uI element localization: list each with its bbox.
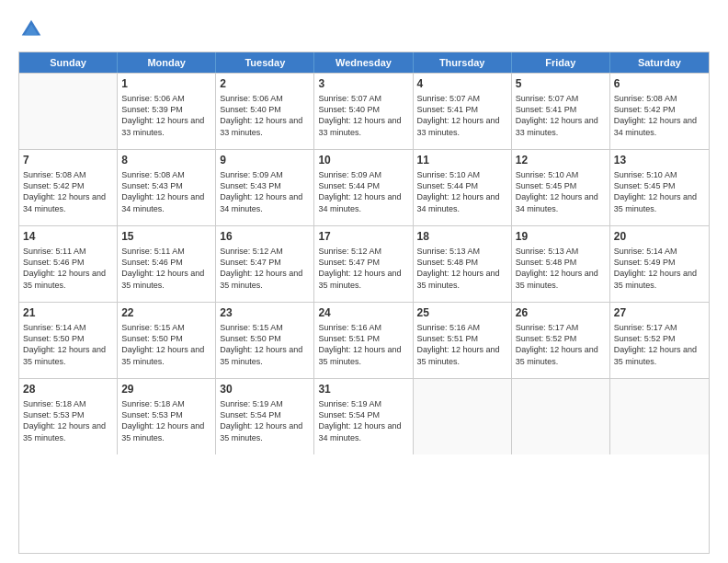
cal-cell-empty xyxy=(610,379,709,454)
day-number: 18 xyxy=(417,229,507,244)
calendar-row-2: 7Sunrise: 5:08 AMSunset: 5:42 PMDaylight… xyxy=(19,149,709,225)
day-info: Sunrise: 5:13 AMSunset: 5:48 PMDaylight:… xyxy=(516,246,606,291)
day-number: 8 xyxy=(121,153,211,167)
day-number: 3 xyxy=(318,76,408,91)
day-number: 24 xyxy=(318,305,408,320)
cal-cell-3: 3Sunrise: 5:07 AMSunset: 5:40 PMDaylight… xyxy=(314,74,413,149)
cal-cell-4: 4Sunrise: 5:07 AMSunset: 5:41 PMDaylight… xyxy=(414,74,512,149)
day-header-wednesday: Wednesday xyxy=(314,52,413,73)
cal-cell-empty xyxy=(512,379,610,454)
day-info: Sunrise: 5:09 AMSunset: 5:43 PMDaylight:… xyxy=(220,169,310,214)
cal-cell-24: 24Sunrise: 5:16 AMSunset: 5:51 PMDayligh… xyxy=(314,303,413,378)
day-info: Sunrise: 5:17 AMSunset: 5:52 PMDaylight:… xyxy=(516,322,606,367)
day-info: Sunrise: 5:16 AMSunset: 5:51 PMDaylight:… xyxy=(417,322,507,367)
day-info: Sunrise: 5:15 AMSunset: 5:50 PMDaylight:… xyxy=(220,322,310,367)
day-number: 12 xyxy=(516,153,606,167)
day-info: Sunrise: 5:13 AMSunset: 5:48 PMDaylight:… xyxy=(417,246,507,291)
day-number: 22 xyxy=(121,305,211,320)
cal-cell-15: 15Sunrise: 5:11 AMSunset: 5:46 PMDayligh… xyxy=(118,226,216,302)
day-info: Sunrise: 5:11 AMSunset: 5:46 PMDaylight:… xyxy=(121,246,211,291)
day-number: 21 xyxy=(23,305,113,320)
cal-cell-18: 18Sunrise: 5:13 AMSunset: 5:48 PMDayligh… xyxy=(414,226,512,302)
header xyxy=(18,17,710,42)
day-info: Sunrise: 5:11 AMSunset: 5:46 PMDaylight:… xyxy=(23,246,113,291)
cal-cell-7: 7Sunrise: 5:08 AMSunset: 5:42 PMDaylight… xyxy=(19,150,118,225)
day-number: 16 xyxy=(220,229,310,244)
day-number: 19 xyxy=(516,229,606,244)
cal-cell-29: 29Sunrise: 5:18 AMSunset: 5:53 PMDayligh… xyxy=(118,379,216,454)
day-header-sunday: Sunday xyxy=(19,52,118,73)
day-number: 23 xyxy=(220,305,310,320)
day-info: Sunrise: 5:08 AMSunset: 5:42 PMDaylight:… xyxy=(614,93,705,138)
day-info: Sunrise: 5:18 AMSunset: 5:53 PMDaylight:… xyxy=(121,398,211,443)
cal-cell-19: 19Sunrise: 5:13 AMSunset: 5:48 PMDayligh… xyxy=(512,226,610,302)
day-header-friday: Friday xyxy=(512,52,610,73)
day-number: 10 xyxy=(318,153,408,167)
day-header-monday: Monday xyxy=(118,52,216,73)
day-info: Sunrise: 5:12 AMSunset: 5:47 PMDaylight:… xyxy=(220,246,310,291)
day-number: 31 xyxy=(318,382,408,396)
calendar-body: 1Sunrise: 5:06 AMSunset: 5:39 PMDaylight… xyxy=(19,73,709,454)
page: SundayMondayTuesdayWednesdayThursdayFrid… xyxy=(0,0,728,563)
day-number: 17 xyxy=(318,229,408,244)
day-number: 14 xyxy=(23,229,113,244)
day-header-thursday: Thursday xyxy=(414,52,512,73)
cal-cell-9: 9Sunrise: 5:09 AMSunset: 5:43 PMDaylight… xyxy=(216,150,314,225)
day-number: 25 xyxy=(417,305,507,320)
day-number: 20 xyxy=(614,229,705,244)
cal-cell-26: 26Sunrise: 5:17 AMSunset: 5:52 PMDayligh… xyxy=(512,303,610,378)
calendar-row-3: 14Sunrise: 5:11 AMSunset: 5:46 PMDayligh… xyxy=(19,225,709,302)
day-info: Sunrise: 5:08 AMSunset: 5:43 PMDaylight:… xyxy=(121,169,211,214)
day-info: Sunrise: 5:07 AMSunset: 5:40 PMDaylight:… xyxy=(318,93,408,138)
calendar-row-5: 28Sunrise: 5:18 AMSunset: 5:53 PMDayligh… xyxy=(19,378,709,454)
day-info: Sunrise: 5:18 AMSunset: 5:53 PMDaylight:… xyxy=(23,398,113,443)
day-number: 15 xyxy=(121,229,211,244)
day-number: 5 xyxy=(516,76,606,91)
day-header-saturday: Saturday xyxy=(610,52,709,73)
day-number: 29 xyxy=(121,382,211,396)
day-info: Sunrise: 5:16 AMSunset: 5:51 PMDaylight:… xyxy=(318,322,408,367)
cal-cell-2: 2Sunrise: 5:06 AMSunset: 5:40 PMDaylight… xyxy=(216,74,314,149)
day-info: Sunrise: 5:09 AMSunset: 5:44 PMDaylight:… xyxy=(318,169,408,214)
day-info: Sunrise: 5:12 AMSunset: 5:47 PMDaylight:… xyxy=(318,246,408,291)
calendar: SundayMondayTuesdayWednesdayThursdayFrid… xyxy=(18,52,710,554)
calendar-row-1: 1Sunrise: 5:06 AMSunset: 5:39 PMDaylight… xyxy=(19,73,709,149)
cal-cell-10: 10Sunrise: 5:09 AMSunset: 5:44 PMDayligh… xyxy=(314,150,413,225)
day-info: Sunrise: 5:08 AMSunset: 5:42 PMDaylight:… xyxy=(23,169,113,214)
day-info: Sunrise: 5:10 AMSunset: 5:44 PMDaylight:… xyxy=(417,169,507,214)
cal-cell-8: 8Sunrise: 5:08 AMSunset: 5:43 PMDaylight… xyxy=(118,150,216,225)
day-number: 13 xyxy=(614,153,705,167)
day-number: 27 xyxy=(614,305,705,320)
cal-cell-25: 25Sunrise: 5:16 AMSunset: 5:51 PMDayligh… xyxy=(414,303,512,378)
cal-cell-14: 14Sunrise: 5:11 AMSunset: 5:46 PMDayligh… xyxy=(19,226,118,302)
cal-cell-27: 27Sunrise: 5:17 AMSunset: 5:52 PMDayligh… xyxy=(610,303,709,378)
day-number: 2 xyxy=(220,76,310,91)
day-number: 26 xyxy=(516,305,606,320)
logo xyxy=(18,17,46,42)
cal-cell-20: 20Sunrise: 5:14 AMSunset: 5:49 PMDayligh… xyxy=(610,226,709,302)
logo-icon xyxy=(18,17,44,42)
calendar-row-4: 21Sunrise: 5:14 AMSunset: 5:50 PMDayligh… xyxy=(19,302,709,378)
day-info: Sunrise: 5:17 AMSunset: 5:52 PMDaylight:… xyxy=(614,322,705,367)
cal-cell-28: 28Sunrise: 5:18 AMSunset: 5:53 PMDayligh… xyxy=(19,379,118,454)
day-number: 4 xyxy=(417,76,507,91)
day-header-tuesday: Tuesday xyxy=(216,52,314,73)
cal-cell-17: 17Sunrise: 5:12 AMSunset: 5:47 PMDayligh… xyxy=(314,226,413,302)
day-info: Sunrise: 5:19 AMSunset: 5:54 PMDaylight:… xyxy=(220,398,310,443)
cal-cell-30: 30Sunrise: 5:19 AMSunset: 5:54 PMDayligh… xyxy=(216,379,314,454)
cal-cell-6: 6Sunrise: 5:08 AMSunset: 5:42 PMDaylight… xyxy=(610,74,709,149)
day-info: Sunrise: 5:15 AMSunset: 5:50 PMDaylight:… xyxy=(121,322,211,367)
day-number: 30 xyxy=(220,382,310,396)
day-number: 28 xyxy=(23,382,113,396)
cal-cell-21: 21Sunrise: 5:14 AMSunset: 5:50 PMDayligh… xyxy=(19,303,118,378)
day-info: Sunrise: 5:07 AMSunset: 5:41 PMDaylight:… xyxy=(417,93,507,138)
day-number: 9 xyxy=(220,153,310,167)
cal-cell-empty xyxy=(414,379,512,454)
day-info: Sunrise: 5:14 AMSunset: 5:49 PMDaylight:… xyxy=(614,246,705,291)
cal-cell-1: 1Sunrise: 5:06 AMSunset: 5:39 PMDaylight… xyxy=(118,74,216,149)
day-number: 1 xyxy=(121,76,211,91)
day-info: Sunrise: 5:19 AMSunset: 5:54 PMDaylight:… xyxy=(318,398,408,443)
cal-cell-empty xyxy=(19,74,118,149)
day-info: Sunrise: 5:07 AMSunset: 5:41 PMDaylight:… xyxy=(516,93,606,138)
cal-cell-23: 23Sunrise: 5:15 AMSunset: 5:50 PMDayligh… xyxy=(216,303,314,378)
